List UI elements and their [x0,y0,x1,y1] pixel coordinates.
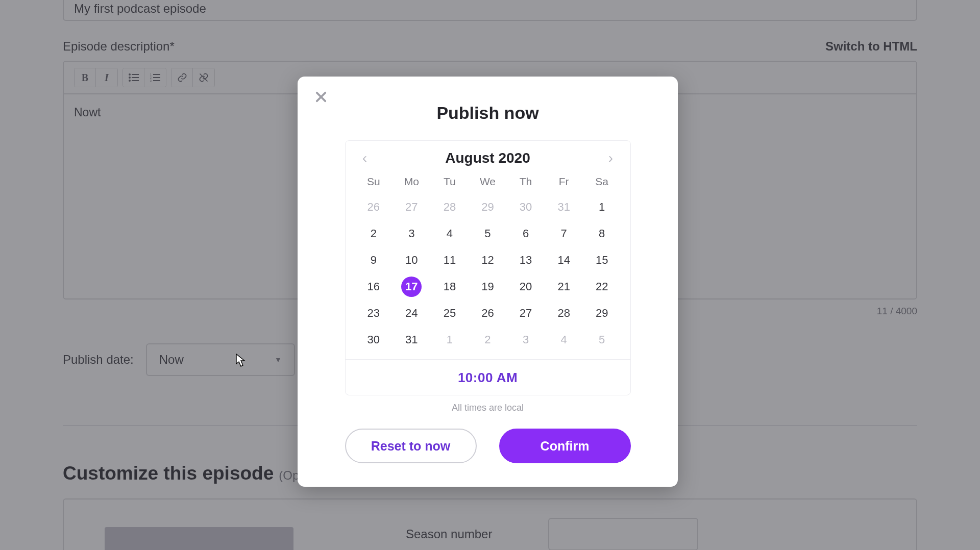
calendar-day-off: 28 [431,197,469,217]
calendar-day[interactable]: 2 [355,223,393,244]
calendar-day[interactable]: 6 [507,223,545,244]
calendar-day-off: 3 [507,330,545,350]
calendar-day[interactable]: 7 [545,223,583,244]
calendar-day[interactable]: 10 [393,250,431,270]
calendar-day[interactable]: 16 [355,277,393,297]
calendar: ‹ August 2020 › SuMoTuWeThFrSa2627282930… [345,140,631,395]
confirm-button[interactable]: Confirm [499,429,631,463]
calendar-day[interactable]: 23 [355,303,393,323]
calendar-day-off: 5 [583,330,621,350]
calendar-day[interactable]: 9 [355,250,393,270]
calendar-day[interactable]: 4 [431,223,469,244]
time-picker[interactable]: 10:00 AM [346,359,630,395]
calendar-day[interactable]: 3 [393,223,431,244]
calendar-day[interactable]: 28 [545,303,583,323]
calendar-day[interactable]: 1 [583,197,621,217]
close-button[interactable] [310,86,332,108]
calendar-day[interactable]: 8 [583,223,621,244]
publish-date-modal: Publish now ‹ August 2020 › SuMoTuWeThFr… [298,77,678,487]
calendar-day[interactable]: 14 [545,250,583,270]
calendar-day[interactable]: 12 [469,250,507,270]
calendar-dow: Fr [545,176,583,191]
calendar-day-off: 30 [507,197,545,217]
modal-title: Publish now [316,103,659,123]
calendar-dow: We [469,176,507,191]
calendar-day[interactable]: 29 [583,303,621,323]
calendar-day[interactable]: 30 [355,330,393,350]
calendar-day[interactable]: 5 [469,223,507,244]
calendar-day[interactable]: 26 [469,303,507,323]
timezone-note: All times are local [316,403,659,413]
calendar-dow: Tu [431,176,469,191]
calendar-day[interactable]: 18 [431,277,469,297]
calendar-month-label: August 2020 [445,150,530,166]
calendar-day-off: 2 [469,330,507,350]
calendar-day[interactable]: 20 [507,277,545,297]
calendar-day-off: 27 [393,197,431,217]
calendar-day[interactable]: 22 [583,277,621,297]
calendar-day-off: 29 [469,197,507,217]
calendar-dow: Su [355,176,393,191]
calendar-dow: Mo [393,176,431,191]
calendar-day-selected[interactable]: 17 [393,277,431,297]
calendar-day[interactable]: 24 [393,303,431,323]
calendar-day-off: 26 [355,197,393,217]
calendar-day-off: 1 [431,330,469,350]
calendar-day-off: 31 [545,197,583,217]
calendar-day[interactable]: 25 [431,303,469,323]
calendar-day[interactable]: 11 [431,250,469,270]
calendar-dow: Th [507,176,545,191]
calendar-day[interactable]: 13 [507,250,545,270]
reset-to-now-button[interactable]: Reset to now [345,429,477,463]
calendar-day[interactable]: 21 [545,277,583,297]
next-month-button[interactable]: › [604,150,618,166]
calendar-day[interactable]: 19 [469,277,507,297]
calendar-day-off: 4 [545,330,583,350]
calendar-day[interactable]: 27 [507,303,545,323]
calendar-day[interactable]: 31 [393,330,431,350]
calendar-day[interactable]: 15 [583,250,621,270]
prev-month-button[interactable]: ‹ [358,150,372,166]
calendar-dow: Sa [583,176,621,191]
time-value: 10:00 AM [458,370,518,385]
